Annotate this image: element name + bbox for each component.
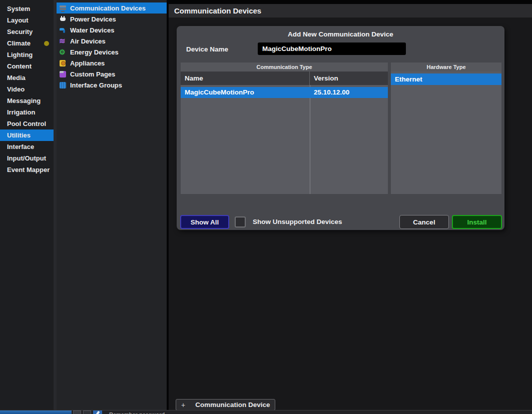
page-title: Communication Devices (174, 6, 261, 15)
category-power-devices[interactable]: Power Devices (57, 14, 167, 24)
column-header-version[interactable]: Version (310, 72, 338, 85)
show-all-button[interactable]: Show All (180, 215, 229, 229)
add-device-dialog: Add New Communication Device Device Name… (177, 26, 504, 230)
category-water-devices[interactable]: Water Devices (57, 24, 167, 36)
sidebar-item-messaging[interactable]: Messaging (0, 95, 54, 106)
device-name-label: Device Name (186, 46, 228, 53)
main-content: Communication Devices Add New Communicat… (169, 0, 532, 410)
cell-version: 25.10.12.00 (310, 87, 349, 98)
water-faucet-icon (59, 27, 67, 34)
category-interface-groups[interactable]: Interface Groups (57, 80, 167, 90)
sidebar-item-media[interactable]: Media (0, 72, 54, 84)
sidebar-item-video[interactable]: Video (0, 84, 54, 95)
cancel-button[interactable]: Cancel (399, 215, 449, 229)
sidebar-item-utilities[interactable]: Utilities (0, 130, 54, 141)
communication-type-panel: Communication Type Name Version MagicCub… (181, 62, 388, 194)
sidebar-item-security[interactable]: Security (0, 26, 54, 38)
sidebar-item-interface[interactable]: Interface (0, 141, 54, 152)
utilities-category-list: Communication Devices Power Devices Wate… (57, 0, 167, 410)
password-key-icon (93, 410, 102, 414)
background-window-button (73, 410, 81, 414)
cell-name: MagicCubeMotionPro (181, 87, 310, 98)
climate-status-dot (44, 41, 49, 46)
page-header: Communication Devices (169, 4, 532, 18)
hardware-type-list: Ethernet (391, 72, 501, 194)
app-window: System Layout Security Climate Lighting … (0, 0, 532, 414)
communication-type-header: Communication Type (181, 62, 388, 72)
add-communication-device-label: Communication Device (195, 401, 270, 408)
category-energy-devices[interactable]: Energy Devices (57, 46, 167, 58)
category-custom-pages[interactable]: Custom Pages (57, 68, 167, 80)
communication-type-column-headers: Name Version (181, 72, 388, 85)
sidebar-item-input-output[interactable]: Input/Output (0, 152, 54, 164)
dialog-title: Add New Communication Device (177, 30, 504, 38)
interface-grid-icon (59, 82, 67, 88)
install-button[interactable]: Install (452, 215, 502, 229)
background-window-blue-bar (0, 410, 72, 414)
column-header-name[interactable]: Name (181, 72, 310, 85)
communication-type-list: MagicCubeMotionPro 25.10.12.00 (181, 85, 388, 194)
list-item-ethernet[interactable]: Ethernet (391, 74, 501, 85)
device-name-input[interactable] (258, 42, 406, 55)
background-window-strip: Remember password (0, 410, 532, 414)
sidebar-item-content[interactable]: Content (0, 60, 54, 72)
category-air-devices[interactable]: Air Devices (57, 36, 167, 46)
energy-gear-icon (59, 49, 67, 56)
sidebar-item-climate[interactable]: Climate (0, 38, 54, 49)
show-unsupported-checkbox[interactable] (235, 216, 246, 228)
category-communication-devices[interactable]: Communication Devices (57, 2, 167, 14)
plus-icon: + (181, 401, 185, 409)
appliance-icon (59, 60, 67, 66)
remember-password-label: Remember password (109, 411, 165, 414)
sidebar-item-system[interactable]: System (0, 3, 54, 14)
sidebar-item-pool-control[interactable]: Pool Control (0, 118, 54, 130)
sidebar-item-irrigation[interactable]: Irrigation (0, 106, 54, 118)
power-plug-icon (59, 16, 67, 22)
background-window-button (83, 410, 91, 414)
column-divider (310, 85, 310, 194)
hardware-type-panel: Hardware Type Ethernet (391, 62, 501, 194)
main-sidebar: System Layout Security Climate Lighting … (0, 0, 54, 410)
table-row-magiccubemotionpro[interactable]: MagicCubeMotionPro 25.10.12.00 (181, 87, 388, 98)
sidebar-item-lighting[interactable]: Lighting (0, 49, 54, 60)
sidebar-item-layout[interactable]: Layout (0, 14, 54, 26)
show-unsupported-label: Show Unsupported Devices (253, 218, 342, 226)
sidebar-item-event-mapper[interactable]: Event Mapper (0, 164, 54, 176)
top-strip (169, 0, 532, 4)
add-communication-device-button[interactable]: + Communication Device (176, 399, 275, 410)
custom-page-icon (59, 71, 67, 78)
air-wind-icon (59, 38, 67, 44)
network-switch-icon (59, 5, 67, 12)
hardware-type-header: Hardware Type (391, 62, 501, 72)
category-appliances[interactable]: Appliances (57, 58, 167, 68)
